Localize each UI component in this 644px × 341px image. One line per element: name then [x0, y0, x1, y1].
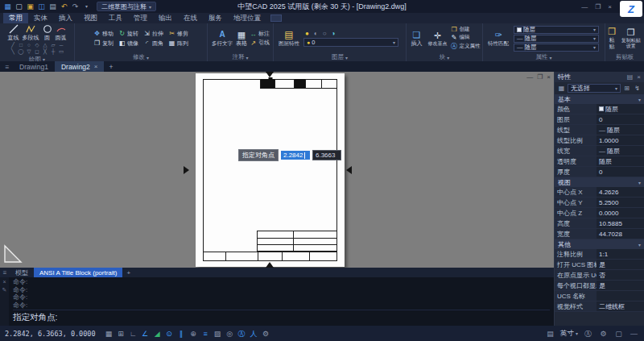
layout-tab-ansi-a[interactable]: ANSI A Title Block (portrait)	[34, 268, 122, 277]
object-snap-icon[interactable]: ⊙	[164, 326, 175, 341]
copy-paste-settings-button[interactable]: ❐ 复制粘贴设置	[619, 27, 642, 48]
edit-block-button[interactable]: ✎编辑	[451, 34, 481, 41]
draw-mini-icon[interactable]: ▽	[25, 48, 33, 55]
property-row-center-y[interactable]: 中心点 Y5.2500	[555, 198, 644, 208]
property-row-layer[interactable]: 图层0	[555, 114, 644, 125]
selection-dropdown[interactable]: 无选择 ▾	[568, 84, 621, 93]
block-group-label[interactable]: 块▾	[407, 53, 482, 61]
table-button[interactable]: ▦ 表格	[236, 30, 247, 47]
lineweight-dropdown[interactable]: — 随层 ▾	[514, 44, 599, 52]
annotation-icon[interactable]: Ⓐ	[583, 326, 593, 341]
layer-lock-icon[interactable]: ○	[323, 30, 327, 37]
grid-icon[interactable]: ⊞	[116, 326, 126, 341]
copy-button[interactable]: ❐复制	[93, 40, 114, 48]
draw-mini-icon[interactable]: ╳	[41, 48, 49, 55]
drawing-canvas[interactable]: — ❐ × 指定对角点 2.2842 6.3663	[0, 72, 554, 268]
doc-tab-menu-icon[interactable]: ≡	[2, 61, 13, 72]
property-row-color[interactable]: 颜色随层	[555, 104, 644, 114]
section-header-basic[interactable]: 基本▾	[555, 94, 644, 104]
layer-color-icon[interactable]: ◑	[332, 30, 336, 37]
ortho-icon[interactable]: ∟	[128, 326, 138, 341]
property-row-ucs-icon-on[interactable]: 打开 UCS 图标是	[555, 260, 644, 270]
mirror-button[interactable]: ◧镜像	[118, 40, 138, 48]
new-file-icon[interactable]: ▢	[14, 1, 23, 12]
layer-freeze-icon[interactable]: ◐	[314, 30, 318, 37]
property-row-ucs-name[interactable]: UCS 名称	[555, 291, 644, 301]
property-row-ucs-icon-origin[interactable]: 在原点显示 UCS 图标否	[555, 270, 644, 281]
panel-dock-icon[interactable]: ▤	[627, 73, 634, 81]
dimension-button[interactable]: ↔标注	[250, 30, 270, 38]
model-tab[interactable]: 模型	[10, 268, 34, 277]
selection-cycling-icon[interactable]: ◎	[225, 326, 235, 341]
menu-extra-icon[interactable]	[270, 15, 282, 22]
draw-mini-icon[interactable]: ▱	[49, 42, 57, 48]
draw-mini-icon[interactable]: ╱	[9, 42, 17, 48]
stretch-button[interactable]: ⇲拉伸	[143, 30, 163, 38]
define-attributes-button[interactable]: Ⓐ定义属性	[451, 42, 481, 51]
layout-menu-icon[interactable]: ≡	[0, 268, 10, 277]
draw-mini-icon[interactable]: ┼	[49, 48, 57, 55]
new-drawing-button[interactable]: +	[104, 61, 118, 72]
open-file-icon[interactable]: ▣	[26, 1, 35, 12]
annotation-visibility-icon[interactable]: Ⓐ	[237, 326, 247, 341]
create-block-button[interactable]: ❒创建	[451, 26, 481, 33]
rotate-button[interactable]: ↻旋转	[118, 30, 138, 38]
quick-select-icon[interactable]: ⊞	[622, 85, 631, 92]
tab-online[interactable]: 在线	[178, 13, 203, 23]
draw-mini-icon[interactable]: ◇	[33, 42, 41, 48]
tab-geolocation[interactable]: 地理位置	[228, 13, 266, 23]
tab-home[interactable]: 常用	[3, 13, 28, 23]
insert-block-button[interactable]: ❏ 插入	[409, 30, 425, 47]
tab-view[interactable]: 视图	[78, 13, 103, 23]
transparency-icon[interactable]: ▨	[213, 326, 223, 341]
object-snap-tracking-icon[interactable]: ∥	[176, 326, 187, 341]
array-button[interactable]: ▦阵列	[168, 40, 188, 48]
undo-icon[interactable]: ↶	[60, 1, 68, 12]
property-row-center-z[interactable]: 中心点 Z0.0000	[555, 208, 644, 218]
layout-paper[interactable]	[196, 73, 345, 267]
workspace-gear-icon[interactable]: ⚙	[261, 326, 271, 341]
layer-on-icon[interactable]: ●	[305, 30, 309, 37]
units-dropdown[interactable]: 英寸▾	[560, 329, 578, 339]
dynamic-input-y[interactable]: 6.3663	[312, 150, 341, 160]
match-properties-button[interactable]: ✑ 特性匹配	[485, 30, 511, 46]
tab-solid[interactable]: 实体	[28, 13, 53, 23]
polyline-button[interactable]: 多段线	[23, 24, 39, 41]
property-row-center-x[interactable]: 中心点 X4.2626	[555, 187, 644, 198]
tab-tools[interactable]: 工具	[103, 13, 128, 23]
tab-manage[interactable]: 管理	[128, 13, 153, 23]
print-icon[interactable]: ▤	[48, 1, 57, 12]
layers-group-label[interactable]: 图层▾	[274, 53, 406, 61]
property-row-linetype[interactable]: 线型—随层	[555, 125, 644, 135]
section-header-view[interactable]: 视图▾	[555, 177, 644, 187]
property-row-linetype-scale[interactable]: 线型比例1.0000	[555, 135, 644, 146]
draw-mini-icon[interactable]: ╲	[9, 48, 17, 55]
close-icon[interactable]: ×	[608, 3, 612, 10]
move-button[interactable]: ✥移动	[93, 30, 114, 38]
dynamic-input-icon[interactable]: ⊕	[188, 326, 199, 341]
draw-mini-icon[interactable]: ◯	[17, 48, 25, 55]
panel-close-icon[interactable]: ×	[637, 73, 641, 81]
arc-button[interactable]: 圆弧	[56, 24, 67, 41]
clipboard-group-label[interactable]: 剪贴板	[605, 53, 644, 61]
edit-command-icon[interactable]: ✎	[2, 287, 7, 293]
tab-output[interactable]: 输出	[153, 13, 178, 23]
leader-button[interactable]: ↗引线	[250, 39, 270, 47]
draw-group-label[interactable]: 绘图▾	[0, 56, 74, 61]
dynamic-input-x[interactable]: 2.2842	[281, 151, 310, 160]
restore-icon[interactable]: ❐	[595, 3, 601, 10]
command-window[interactable]: × ✎ 命令: 命令: 命令: 命令: 指定对角点:	[0, 277, 554, 326]
doc-tab-drawing2[interactable]: Drawing2 ×	[55, 61, 105, 72]
lineweight-display-icon[interactable]: ≡	[200, 326, 211, 341]
command-history[interactable]: 命令: 命令: 命令: 命令: 指定对角点:	[9, 277, 554, 326]
draw-mini-icon[interactable]: □	[17, 42, 25, 48]
doc-close-icon[interactable]: ×	[547, 73, 551, 81]
selection-filter-icon[interactable]: ▦	[557, 85, 566, 92]
draw-mini-icon[interactable]: ○	[25, 42, 33, 48]
property-row-visual-style[interactable]: 视觉样式二维线框	[555, 301, 644, 312]
select-objects-icon[interactable]: ↯	[633, 85, 642, 92]
property-row-annotation-scale[interactable]: 注释比例1:1	[555, 249, 644, 260]
clean-screen-icon[interactable]: ▢	[613, 326, 624, 341]
close-tab-icon[interactable]: ×	[94, 63, 98, 70]
isometric-draft-icon[interactable]: ◢	[152, 326, 163, 341]
